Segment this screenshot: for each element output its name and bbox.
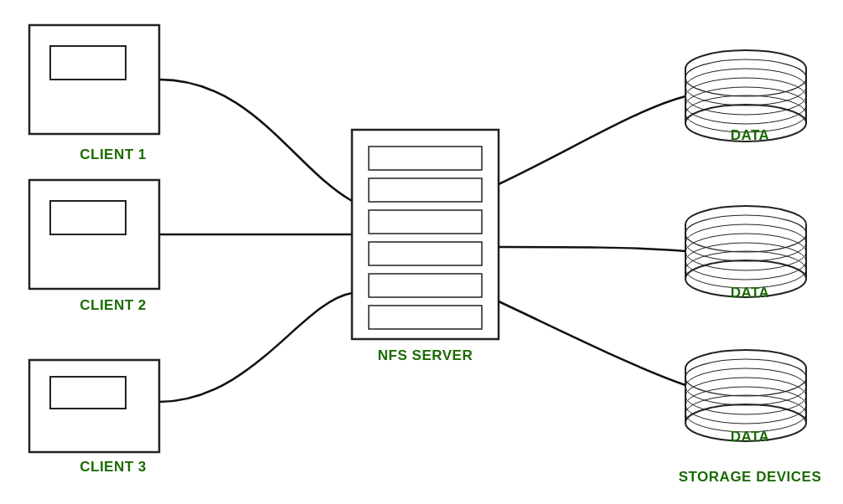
svg-rect-11 bbox=[369, 274, 482, 297]
storage-devices-label: STORAGE DEVICES bbox=[662, 469, 838, 486]
svg-rect-8 bbox=[369, 178, 482, 202]
data2-label: DATA bbox=[708, 285, 792, 301]
svg-rect-3 bbox=[50, 201, 126, 234]
svg-rect-5 bbox=[50, 377, 126, 409]
svg-rect-7 bbox=[369, 147, 482, 170]
client2-label: CLIENT 2 bbox=[46, 297, 180, 314]
client3-label: CLIENT 3 bbox=[46, 459, 180, 476]
svg-rect-10 bbox=[369, 242, 482, 265]
data3-label: DATA bbox=[708, 429, 792, 445]
nfs-server-label: NFS SERVER bbox=[348, 347, 503, 364]
svg-rect-9 bbox=[369, 210, 482, 234]
svg-rect-1 bbox=[50, 46, 126, 80]
svg-rect-12 bbox=[369, 306, 482, 329]
client1-label: CLIENT 1 bbox=[46, 147, 180, 163]
data1-label: DATA bbox=[708, 127, 792, 144]
